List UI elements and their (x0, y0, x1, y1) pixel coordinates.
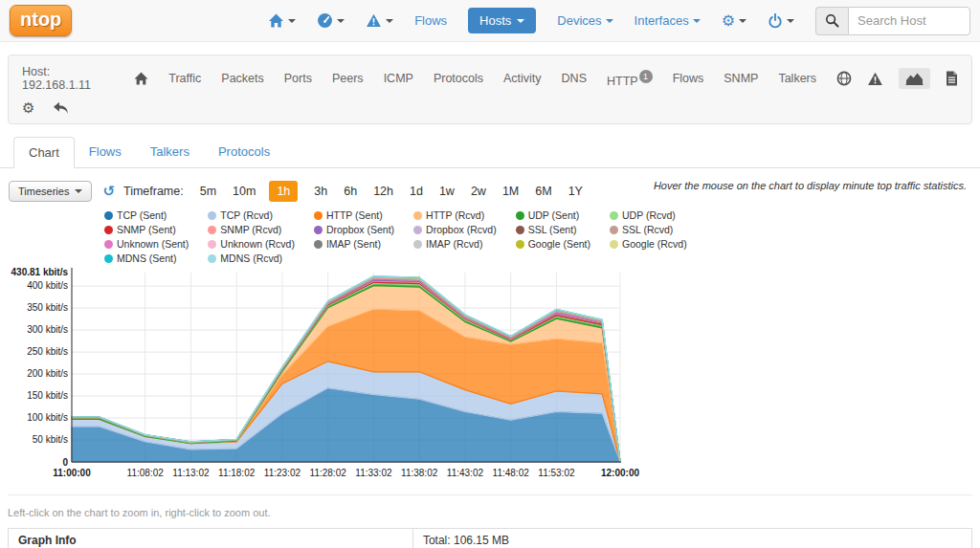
legend-item[interactable]: MDNS (Rcvd) (208, 252, 295, 265)
home-menu[interactable] (268, 13, 296, 28)
legend-item[interactable]: Google (Sent) (516, 238, 590, 251)
legend-label: Unknown (Sent) (117, 238, 189, 251)
nav-flows-link[interactable]: Flows (414, 13, 447, 28)
legend-item[interactable]: Dropbox (Rcvd) (413, 224, 497, 236)
timeframe-1Y[interactable]: 1Y (568, 185, 583, 198)
svg-text:11:08:02: 11:08:02 (127, 468, 165, 478)
power-menu[interactable] (768, 13, 794, 29)
host-tab-snmp[interactable]: SNMP (724, 72, 758, 85)
legend-item[interactable]: Google (Rcvd) (610, 238, 687, 251)
legend-item[interactable]: UDP (Rcvd) (610, 209, 687, 222)
legend-item[interactable]: HTTP (Rcvd) (413, 209, 497, 222)
host-tab-dns[interactable]: DNS (562, 72, 587, 85)
legend-item[interactable]: MDNS (Sent) (104, 252, 189, 265)
timeframe-12h[interactable]: 12h (373, 185, 393, 198)
nav-hosts-button[interactable]: Hosts (468, 8, 536, 33)
svg-text:11:18:02: 11:18:02 (218, 468, 256, 478)
host-home-icon[interactable] (134, 72, 148, 85)
host-alerts-icon[interactable] (867, 72, 883, 86)
host-tab-traffic[interactable]: Traffic (168, 72, 201, 85)
legend-item[interactable]: TCP (Rcvd) (208, 209, 295, 222)
timeframe-1h[interactable]: 1h (269, 181, 298, 202)
timeframe-1M[interactable]: 1M (502, 185, 519, 198)
dashboard-gauge-icon (317, 12, 333, 29)
traffic-chart[interactable]: 430.81 kbit/s50 kbit/s100 kbit/s150 kbit… (8, 265, 980, 485)
tab-flows[interactable]: Flows (75, 137, 136, 168)
legend-item[interactable]: TCP (Sent) (104, 209, 189, 222)
legend-item[interactable]: SSL (Rcvd) (610, 224, 687, 236)
svg-text:11:33:02: 11:33:02 (355, 468, 392, 478)
search-host-input[interactable] (848, 7, 970, 35)
legend-color-dot (104, 240, 113, 249)
timeframe-label: Timeframe: (123, 185, 184, 198)
legend-item[interactable]: Dropbox (Sent) (314, 224, 394, 236)
report-file-icon[interactable] (946, 71, 958, 86)
svg-text:12:00:00: 12:00:00 (601, 468, 639, 478)
legend-item[interactable]: UDP (Sent) (516, 209, 590, 222)
tab-chart[interactable]: Chart (13, 137, 75, 168)
timeframe-6M[interactable]: 6M (535, 185, 551, 198)
legend-label: SSL (Rcvd) (622, 224, 673, 236)
legend-item[interactable]: SSL (Sent) (516, 224, 590, 236)
legend-color-dot (610, 211, 618, 220)
legend-item[interactable]: SNMP (Sent) (104, 224, 189, 236)
legend-label: UDP (Rcvd) (622, 209, 676, 222)
caret-down-icon (517, 19, 524, 23)
legend-label: IMAP (Rcvd) (426, 238, 482, 251)
legend-label: IMAP (Sent) (326, 238, 381, 251)
legend-color-dot (413, 226, 422, 234)
timeseries-dropdown-button[interactable]: Timeseries (9, 181, 92, 202)
svg-text:11:38:02: 11:38:02 (401, 468, 438, 478)
stacked-area-chart[interactable]: 430.81 kbit/s50 kbit/s100 kbit/s150 kbit… (8, 265, 655, 485)
legend-item[interactable]: SNMP (Rcvd) (208, 224, 295, 236)
back-reply-icon[interactable] (53, 101, 69, 115)
host-tab-icmp[interactable]: ICMP (384, 72, 413, 85)
nav-interfaces-menu[interactable]: Interfaces (635, 13, 701, 28)
navbar-menu-group: Flows Hosts Devices Interfaces ⚙ (268, 7, 980, 35)
legend-item[interactable]: Unknown (Sent) (104, 238, 189, 251)
legend-color-dot (516, 240, 524, 249)
host-settings-gear-icon[interactable]: ⚙ (22, 101, 34, 115)
legend-color-dot (516, 211, 524, 220)
host-tab-talkers[interactable]: Talkers (778, 72, 816, 85)
legend-item[interactable]: HTTP (Sent) (314, 209, 394, 222)
host-tab-protocols[interactable]: Protocols (434, 72, 483, 85)
search-icon[interactable] (815, 7, 848, 35)
legend-color-dot (516, 226, 524, 234)
nav-devices-label: Devices (557, 13, 601, 28)
legend-color-dot (413, 211, 422, 220)
svg-text:50 kbit/s: 50 kbit/s (33, 434, 68, 445)
alerts-menu[interactable] (366, 13, 393, 28)
nav-devices-menu[interactable]: Devices (557, 13, 612, 28)
host-tab-packets[interactable]: Packets (221, 72, 263, 85)
caret-down-icon (337, 19, 345, 23)
legend-item[interactable]: IMAP (Sent) (314, 238, 394, 251)
host-tab-flows[interactable]: Flows (673, 72, 704, 85)
timeframe-5m[interactable]: 5m (200, 185, 216, 198)
timeframe-2w[interactable]: 2w (471, 185, 486, 198)
host-tab-http-label: HTTP (607, 75, 638, 88)
legend-color-dot (314, 240, 323, 249)
geomap-globe-icon[interactable] (836, 71, 852, 86)
chart-view-icon[interactable] (899, 68, 930, 89)
timeframe-1w[interactable]: 1w (439, 185, 455, 198)
host-tab-http[interactable]: HTTP1 (607, 70, 653, 88)
tab-talkers[interactable]: Talkers (136, 137, 204, 168)
tab-protocols[interactable]: Protocols (204, 137, 284, 168)
host-tab-activity[interactable]: Activity (503, 72, 542, 85)
host-tab-ports[interactable]: Ports (284, 72, 312, 85)
timeframe-1d[interactable]: 1d (410, 185, 423, 198)
legend-item[interactable]: IMAP (Rcvd) (413, 238, 497, 251)
history-icon[interactable]: ↺ (102, 186, 115, 197)
legend-label: MDNS (Rcvd) (220, 252, 282, 265)
legend-label: Google (Rcvd) (622, 238, 687, 251)
settings-menu[interactable]: ⚙ (722, 14, 746, 28)
timeframe-6h[interactable]: 6h (344, 185, 357, 198)
dashboard-menu[interactable] (317, 12, 345, 29)
legend-item[interactable]: Unknown (Rcvd) (208, 238, 295, 251)
timeframe-3h[interactable]: 3h (314, 185, 327, 198)
legend-label: Google (Sent) (528, 238, 590, 251)
host-tab-peers[interactable]: Peers (332, 72, 364, 85)
svg-text:11:00:00: 11:00:00 (53, 468, 91, 478)
timeframe-10m[interactable]: 10m (233, 185, 256, 198)
